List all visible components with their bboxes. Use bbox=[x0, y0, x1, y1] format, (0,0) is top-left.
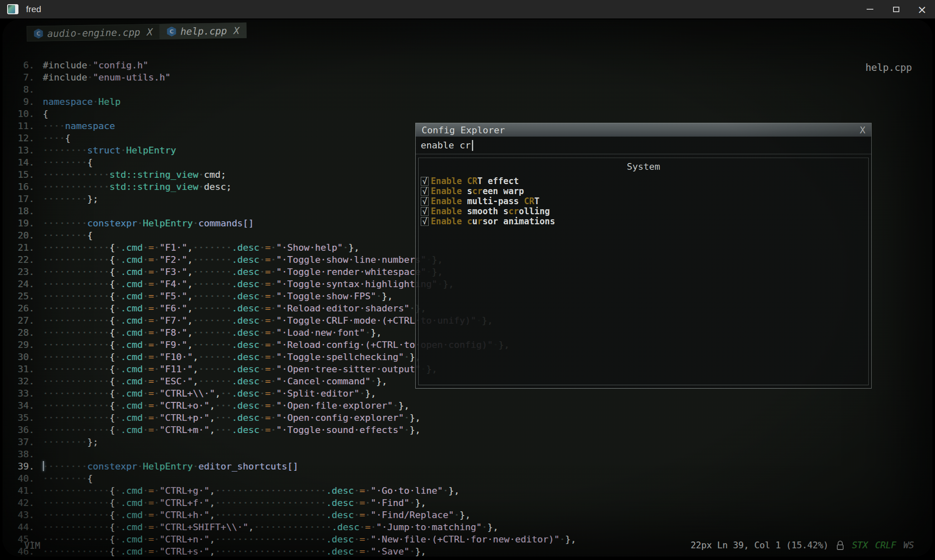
line-number: 18. bbox=[3, 205, 34, 217]
code-line: 8. bbox=[3, 83, 932, 96]
option-label: Enable cursor animations bbox=[431, 216, 555, 226]
line-number: 27. bbox=[3, 314, 34, 327]
code-line: 36.············{·.cmd·=·"CTRL+m·",···.de… bbox=[3, 424, 932, 436]
pane-filename: help.cpp bbox=[865, 62, 912, 73]
vim-mode-indicator: VIM bbox=[24, 541, 40, 551]
option-label: Enable multi-pass CRT bbox=[431, 196, 539, 206]
popup-titlebar: Config Explorer X bbox=[416, 123, 871, 137]
lock-icon bbox=[836, 540, 845, 551]
config-option[interactable]: √Enable smooth scrolling bbox=[421, 206, 868, 216]
line-number: 20. bbox=[3, 229, 34, 241]
line-number: 11. bbox=[3, 120, 34, 132]
config-option[interactable]: √Enable CRT effect bbox=[421, 176, 868, 186]
window-title: fred bbox=[26, 4, 41, 14]
line-number: 21. bbox=[3, 241, 34, 254]
code-line: 34.············{·.cmd·=·"CTRL+o·",···.de… bbox=[3, 399, 932, 412]
option-label: Enable CRT effect bbox=[431, 176, 519, 186]
line-number: 29. bbox=[3, 339, 34, 351]
search-caret bbox=[472, 140, 473, 151]
code-line: 6.#include·"config.h" bbox=[3, 59, 932, 71]
line-number: 10. bbox=[3, 108, 34, 120]
code-line: 9.namespace·Help bbox=[3, 96, 932, 108]
tab-close-icon[interactable]: X bbox=[147, 26, 153, 37]
config-option[interactable]: √Enable multi-pass CRT bbox=[421, 196, 868, 206]
status-right-group: 22px Ln 39, Col 1 (15.42%) STX CRLF WS bbox=[690, 540, 914, 551]
status-metrics: 22px Ln 39, Col 1 (15.42%) bbox=[690, 540, 828, 550]
popup-title: Config Explorer bbox=[422, 125, 505, 135]
app-icon-glyph bbox=[8, 5, 15, 13]
code-line: 43.············{·.cmd·=·"CTRL+h·",······… bbox=[3, 509, 932, 521]
code-line: 44.············{·.cmd·=·"CTRL+SHIFT+\\·"… bbox=[3, 521, 932, 533]
status-bar: VIM 22px Ln 39, Col 1 (15.42%) STX CRLF … bbox=[3, 537, 932, 551]
line-number: 22. bbox=[3, 254, 34, 266]
line-number: 32. bbox=[3, 375, 34, 387]
line-number: 30. bbox=[3, 351, 34, 363]
tab-close-icon[interactable]: X bbox=[234, 25, 240, 36]
crt-content: Caudio-engine.cppXChelp.cppX help.cpp 6.… bbox=[3, 19, 932, 557]
line-number: 25. bbox=[3, 290, 34, 302]
line-number: 33. bbox=[3, 387, 34, 399]
eol-indicator: CRLF bbox=[875, 540, 896, 550]
config-section-header: System bbox=[419, 161, 868, 172]
line-number: 6. bbox=[3, 59, 34, 71]
line-number: 24. bbox=[3, 278, 34, 290]
maximize-button[interactable] bbox=[883, 0, 909, 18]
code-line: 40.········{ bbox=[3, 472, 932, 485]
option-label: Enable smooth scrolling bbox=[431, 206, 550, 216]
line-number: 40. bbox=[3, 472, 34, 485]
checkbox-checked-icon[interactable]: √ bbox=[421, 187, 429, 196]
line-number: 41. bbox=[3, 485, 34, 497]
title-bar: fred × bbox=[0, 0, 935, 18]
config-option[interactable]: √Enable screen warp bbox=[421, 186, 868, 196]
checkbox-checked-icon[interactable]: √ bbox=[421, 197, 429, 206]
close-button[interactable]: × bbox=[909, 0, 935, 18]
line-number: 13. bbox=[3, 144, 34, 156]
line-number: 26. bbox=[3, 302, 34, 314]
line-number: 31. bbox=[3, 363, 34, 375]
tab-help-cpp[interactable]: Chelp.cppX bbox=[160, 23, 247, 39]
syntax-indicator: STX bbox=[852, 540, 868, 550]
search-query: enable cr bbox=[421, 140, 471, 150]
line-number: 9. bbox=[3, 96, 34, 108]
code-line: 37.········}; bbox=[3, 436, 932, 448]
tab-audio-engine-cpp[interactable]: Caudio-engine.cppX bbox=[26, 24, 160, 41]
checkbox-checked-icon[interactable]: √ bbox=[421, 217, 429, 226]
line-number: 44. bbox=[3, 521, 34, 533]
code-line: 35.············{·.cmd·=·"CTRL+p·",···.de… bbox=[3, 412, 932, 424]
config-list: System √Enable CRT effect√Enable screen … bbox=[418, 158, 869, 385]
popup-close-icon[interactable]: X bbox=[860, 125, 865, 135]
line-number: 7. bbox=[3, 71, 34, 83]
whitespace-indicator: WS bbox=[904, 540, 914, 550]
line-number: 38. bbox=[3, 448, 34, 460]
code-line: 10.{ bbox=[3, 108, 932, 120]
config-search-input[interactable]: enable cr bbox=[416, 137, 871, 154]
line-number: 17. bbox=[3, 193, 34, 205]
line-number: 39. bbox=[3, 460, 34, 472]
line-number: 43. bbox=[3, 509, 34, 521]
cpp-icon: C bbox=[34, 29, 43, 39]
line-number: 14. bbox=[3, 156, 34, 169]
line-number: 23. bbox=[3, 266, 34, 278]
line-number: 35. bbox=[3, 412, 34, 424]
checkbox-checked-icon[interactable]: √ bbox=[421, 207, 429, 216]
config-explorer-popup: Config Explorer X enable cr System √Enab… bbox=[415, 123, 872, 389]
window-controls: × bbox=[857, 0, 935, 18]
line-number: 28. bbox=[3, 327, 34, 339]
tab-bar: Caudio-engine.cppXChelp.cppX bbox=[26, 23, 247, 41]
config-options: √Enable CRT effect√Enable screen warp√En… bbox=[421, 176, 868, 226]
code-line: 41.············{·.cmd·=·"CTRL+g·",······… bbox=[3, 485, 932, 497]
line-number: 37. bbox=[3, 436, 34, 448]
line-number: 12. bbox=[3, 132, 34, 144]
code-line: 38. bbox=[3, 448, 932, 460]
cpp-icon: C bbox=[167, 26, 176, 36]
crt-screen: Caudio-engine.cppXChelp.cppX help.cpp 6.… bbox=[0, 18, 935, 560]
checkbox-checked-icon[interactable]: √ bbox=[421, 177, 429, 186]
code-line: 42.············{·.cmd·=·"CTRL+f·",······… bbox=[3, 497, 932, 509]
minimize-icon bbox=[867, 9, 873, 10]
config-option[interactable]: √Enable cursor animations bbox=[421, 216, 868, 226]
code-line: 7.#include·"enum-utils.h" bbox=[3, 71, 932, 83]
minimize-button[interactable] bbox=[857, 0, 883, 18]
code-line: 33.············{·.cmd·=·"CTRL+\\·",··.de… bbox=[3, 387, 932, 399]
line-number: 42. bbox=[3, 497, 34, 509]
line-number: 8. bbox=[3, 83, 34, 96]
